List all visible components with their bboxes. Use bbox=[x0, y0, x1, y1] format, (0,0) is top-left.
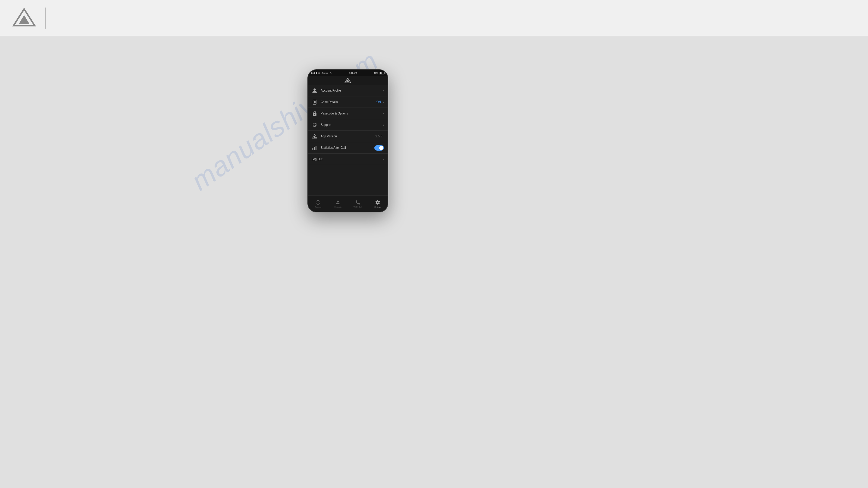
passcode-label: Passcode & Options bbox=[321, 112, 383, 115]
carrier-text: Carrier bbox=[321, 72, 328, 74]
stats-icon bbox=[312, 145, 318, 151]
menu-item-logout[interactable]: Log Out › bbox=[308, 154, 388, 165]
tab-item-contacts[interactable]: Contacts bbox=[328, 199, 348, 208]
tab-bar: Recents Contacts VYSK Call Settings bbox=[308, 195, 388, 212]
logout-label: Log Out bbox=[312, 158, 383, 161]
signal-dot-1 bbox=[311, 72, 313, 74]
wifi-icon: ∿ bbox=[330, 72, 332, 74]
phone-case-icon bbox=[312, 99, 318, 105]
phone-mockup: Carrier ∿ 9:41 AM 42% Account Profile › bbox=[307, 69, 388, 213]
signal-dot-4 bbox=[318, 72, 320, 74]
app-version-value: 2.5.5 bbox=[375, 135, 382, 138]
lock-icon bbox=[312, 110, 318, 117]
statistics-label: Statistics After Call bbox=[321, 146, 374, 150]
svg-point-6 bbox=[313, 123, 314, 124]
app-version-label: App Version bbox=[321, 135, 375, 138]
support-chevron: › bbox=[383, 123, 384, 127]
signal-dot-3 bbox=[316, 72, 317, 74]
status-bar: Carrier ∿ 9:41 AM 42% bbox=[308, 70, 388, 76]
svg-rect-15 bbox=[314, 147, 315, 150]
statistics-toggle[interactable] bbox=[374, 145, 384, 151]
support-icon bbox=[312, 122, 318, 128]
vysk-call-tab-label: VYSK Call bbox=[353, 206, 362, 208]
svg-rect-14 bbox=[313, 148, 313, 150]
menu-item-case-details[interactable]: Case Details ON › bbox=[308, 96, 388, 108]
menu-list: Account Profile › Case Details ON › Pass… bbox=[308, 85, 388, 195]
account-profile-chevron: › bbox=[383, 89, 384, 93]
support-label: Support bbox=[321, 123, 383, 127]
vysk-logo bbox=[12, 7, 36, 29]
svg-point-9 bbox=[315, 125, 316, 126]
menu-item-passcode[interactable]: Passcode & Options › bbox=[308, 108, 388, 119]
svg-point-7 bbox=[315, 123, 316, 124]
svg-point-18 bbox=[337, 201, 339, 202]
menu-item-support[interactable]: Support › bbox=[308, 119, 388, 131]
account-profile-label: Account Profile bbox=[321, 89, 383, 92]
svg-rect-11 bbox=[313, 123, 316, 127]
svg-marker-1 bbox=[19, 15, 30, 24]
svg-rect-5 bbox=[314, 101, 315, 103]
contacts-icon bbox=[335, 199, 341, 205]
settings-tab-label: Settings bbox=[374, 206, 381, 208]
vysk-menu-icon bbox=[312, 133, 318, 139]
battery-percentage: 42% bbox=[374, 72, 378, 74]
battery-icon bbox=[379, 72, 384, 74]
tab-item-settings[interactable]: Settings bbox=[368, 199, 388, 208]
top-bar bbox=[0, 0, 868, 36]
battery-fill bbox=[380, 72, 381, 74]
toggle-knob bbox=[379, 146, 383, 150]
recents-icon bbox=[315, 199, 321, 205]
menu-item-app-version: App Version 2.5.5 bbox=[308, 131, 388, 142]
recents-tab-label: Recents bbox=[315, 206, 321, 208]
svg-rect-16 bbox=[315, 146, 316, 150]
logout-chevron: › bbox=[383, 157, 384, 161]
status-right: 42% bbox=[374, 72, 384, 74]
person-icon bbox=[312, 88, 318, 94]
signal-dot-2 bbox=[313, 72, 315, 74]
status-left: Carrier ∿ bbox=[311, 72, 332, 74]
menu-item-account-profile[interactable]: Account Profile › bbox=[308, 85, 388, 96]
app-logo-icon bbox=[344, 78, 351, 83]
tab-item-vysk-call[interactable]: VYSK Call bbox=[348, 199, 368, 208]
status-time: 9:41 AM bbox=[349, 72, 357, 74]
menu-item-statistics[interactable]: Statistics After Call bbox=[308, 142, 388, 154]
case-details-value: ON bbox=[376, 100, 381, 104]
case-details-chevron: › bbox=[383, 100, 384, 104]
svg-point-8 bbox=[313, 125, 314, 126]
settings-icon bbox=[375, 199, 381, 205]
app-header bbox=[308, 76, 388, 85]
case-details-label: Case Details bbox=[321, 100, 376, 104]
top-bar-divider bbox=[45, 7, 46, 29]
vysk-call-icon bbox=[355, 199, 361, 205]
passcode-chevron: › bbox=[383, 111, 384, 116]
tab-item-recents[interactable]: Recents bbox=[308, 199, 328, 208]
contacts-tab-label: Contacts bbox=[334, 206, 341, 208]
